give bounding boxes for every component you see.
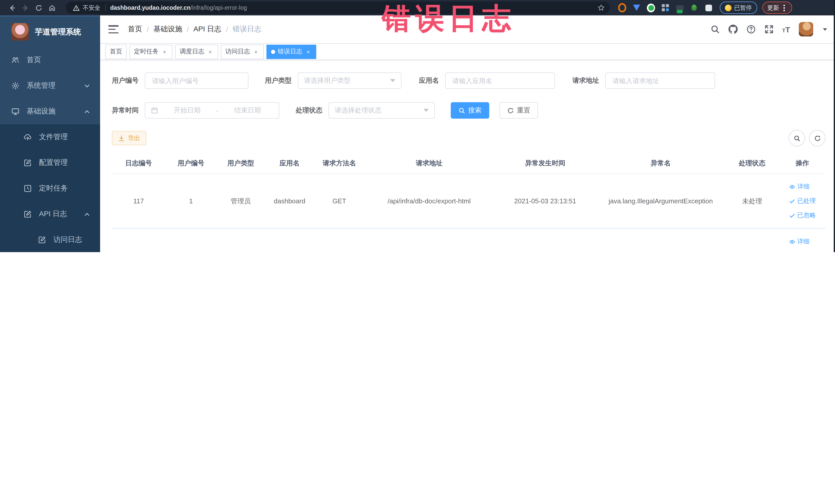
- filter-row-1: 用户编号 用户类型 请选择用户类型 应用名 请求地址: [112, 73, 826, 89]
- col-user-type: 用户类型: [217, 153, 265, 174]
- tags-view: 首页 定时任务 调度日志 访问日志 错误日志: [100, 44, 835, 60]
- bookmark-star-icon[interactable]: [597, 4, 605, 11]
- exception-time-label: 异常时间: [112, 106, 139, 115]
- request-url-input[interactable]: [605, 73, 715, 89]
- security-label[interactable]: 不安全: [83, 4, 100, 12]
- browser-back-button[interactable]: [5, 1, 19, 14]
- col-actions: 操作: [779, 153, 826, 174]
- gear-icon: [11, 82, 20, 90]
- sidebar-item-config-management[interactable]: 配置管理: [0, 150, 100, 176]
- start-date-placeholder[interactable]: 开始日期: [162, 106, 213, 115]
- extension-icon-on-badge[interactable]: [676, 4, 684, 12]
- detail-link[interactable]: 详细: [789, 237, 810, 246]
- fullscreen-icon[interactable]: [764, 25, 773, 34]
- address-bar[interactable]: 不安全 dashboard.yudao.iocoder.cn /infra/lo…: [66, 2, 610, 14]
- browser-home-button[interactable]: [45, 1, 59, 14]
- help-icon[interactable]: [746, 25, 755, 34]
- app-name-field[interactable]: [451, 76, 549, 85]
- user-id-field[interactable]: [151, 76, 242, 85]
- close-icon[interactable]: [161, 48, 168, 55]
- close-icon[interactable]: [252, 48, 259, 55]
- breadcrumb-infrastructure[interactable]: 基础设施: [154, 25, 182, 34]
- extension-icon-shield[interactable]: [632, 4, 641, 12]
- chevron-down-icon: [84, 83, 90, 88]
- app-title: 芋道管理系统: [35, 27, 81, 37]
- main-area: 首页 / 基础设施 / API 日志 / 错误日志 TT: [100, 15, 835, 252]
- caret-down-icon[interactable]: [823, 28, 827, 31]
- sidebar-menu: 首页 系统管理 基础设施 文件管理: [0, 47, 100, 252]
- browser-reload-button[interactable]: [32, 1, 45, 14]
- breadcrumb-home[interactable]: 首页: [128, 25, 142, 34]
- tab-scheduled-tasks[interactable]: 定时任务: [129, 44, 172, 59]
- check-icon: [789, 212, 795, 219]
- user-id-label: 用户编号: [112, 76, 139, 85]
- status-badge: 未处理: [725, 228, 779, 252]
- search-button[interactable]: 搜索: [451, 102, 489, 119]
- sidebar-item-access-log[interactable]: 访问日志: [0, 227, 100, 252]
- sidebar-submenu-infrastructure: 文件管理 配置管理 定时任务 API 日志: [0, 124, 100, 252]
- tab-schedule-log[interactable]: 调度日志: [175, 44, 218, 59]
- col-status: 处理状态: [725, 153, 779, 174]
- request-url-field[interactable]: [611, 76, 709, 85]
- toggle-search-button[interactable]: [789, 130, 805, 146]
- chevron-down-icon: [424, 109, 429, 112]
- breadcrumb: 首页 / 基础设施 / API 日志 / 错误日志: [128, 25, 261, 34]
- detail-link[interactable]: 详细: [789, 182, 810, 191]
- tab-home[interactable]: 首页: [105, 44, 127, 59]
- profile-avatar-emoji: [725, 4, 732, 11]
- processed-link[interactable]: 已处理: [789, 197, 816, 205]
- window-right-edge: [834, 0, 835, 252]
- browser-forward-button[interactable]: [19, 1, 32, 14]
- sidebar-item-infrastructure[interactable]: 基础设施: [0, 99, 100, 124]
- edit-icon: [24, 210, 32, 218]
- exception-time-range-picker[interactable]: 开始日期 - 结束日期: [145, 102, 279, 119]
- close-icon[interactable]: [207, 48, 213, 55]
- extension-icon-plant[interactable]: [690, 4, 698, 12]
- process-status-select[interactable]: 请选择处理状态: [329, 102, 435, 119]
- sidebar-logo[interactable]: 芋道管理系统: [0, 16, 100, 47]
- reset-button[interactable]: 重置: [500, 102, 538, 119]
- sidebar-item-file-management[interactable]: 文件管理: [0, 124, 100, 150]
- update-badge-label: 更新: [767, 4, 779, 12]
- extension-icon-green-v[interactable]: [647, 4, 655, 12]
- search-icon: [459, 107, 465, 114]
- user-type-select[interactable]: 请选择用户类型: [298, 73, 402, 89]
- user-id-input[interactable]: [145, 73, 248, 89]
- edit-icon: [38, 236, 46, 244]
- profile-paused-badge[interactable]: 已暂停: [720, 2, 757, 14]
- avatar[interactable]: [799, 22, 813, 37]
- paused-badge-label: 已暂停: [734, 4, 752, 12]
- close-icon[interactable]: [305, 48, 312, 55]
- browser-menu-icon[interactable]: [781, 4, 787, 11]
- browser-update-badge[interactable]: 更新: [762, 2, 792, 14]
- chevron-down-icon: [390, 79, 395, 82]
- request-url-label: 请求地址: [572, 76, 599, 85]
- sidebar-item-scheduled-tasks[interactable]: 定时任务: [0, 176, 100, 201]
- end-date-placeholder[interactable]: 结束日期: [222, 106, 273, 115]
- tab-error-log[interactable]: 错误日志: [266, 44, 316, 59]
- extension-icon-puzzle[interactable]: [704, 4, 713, 12]
- processed-link[interactable]: 已处理: [789, 251, 816, 252]
- sidebar-item-system-management[interactable]: 系统管理: [0, 73, 100, 99]
- tab-access-log[interactable]: 访问日志: [221, 44, 264, 59]
- search-icon[interactable]: [710, 25, 719, 34]
- sidebar-item-home[interactable]: 首页: [0, 47, 100, 73]
- eye-icon: [789, 184, 795, 190]
- chevron-up-icon: [84, 108, 90, 114]
- col-log-id: 日志编号: [112, 153, 165, 174]
- breadcrumb-api-log[interactable]: API 日志: [194, 25, 222, 34]
- col-exception: 异常名: [596, 153, 725, 174]
- export-button[interactable]: 导出: [112, 131, 146, 145]
- sidebar-item-api-log[interactable]: API 日志: [0, 201, 100, 227]
- table-toolbar: 导出: [112, 130, 826, 146]
- monitor-icon: [11, 107, 20, 116]
- refresh-table-button[interactable]: [809, 130, 826, 146]
- extension-icon-grid[interactable]: [661, 4, 669, 12]
- app-name-input[interactable]: [445, 73, 555, 89]
- font-size-icon[interactable]: TT: [782, 25, 790, 34]
- col-app-name: 应用名: [265, 153, 314, 174]
- github-icon[interactable]: [728, 25, 737, 34]
- ignored-link[interactable]: 已忽略: [789, 211, 816, 220]
- extension-icon-orange[interactable]: [618, 4, 626, 12]
- hamburger-icon[interactable]: [108, 25, 119, 33]
